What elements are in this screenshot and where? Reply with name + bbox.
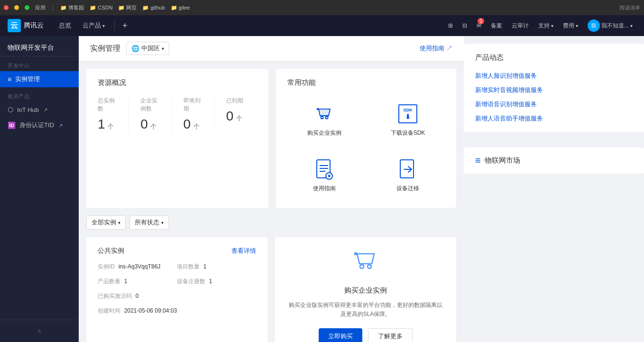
svg-point-8 (368, 265, 371, 268)
bookmark-bokeyuan[interactable]: 📁 博客园 (60, 4, 84, 11)
svg-point-7 (360, 265, 364, 268)
public-instance-header: 公共实例 查看详情 (98, 247, 256, 255)
usage-guide-link[interactable]: 使用指南 ↗ (420, 44, 452, 53)
main-content: 实例管理 🌐 中国区 ▾ 使用指南 ↗ 资源概况 (79, 36, 464, 342)
activation-code-item: 已购买激活码 0 (98, 292, 256, 300)
create-time-item: 创建时间 2021-05-06 09:04:03 (98, 307, 256, 315)
product-count-label: 产品数量 (98, 278, 120, 285)
sidebar-item-tid[interactable]: 🆔 身份认证TID ↗ (0, 117, 79, 133)
user-menu[interactable]: 我 我不知道... ▾ (584, 15, 636, 36)
status-filter[interactable]: 所有状态 ▾ (129, 215, 169, 230)
top-navigation: 云 腾讯云 总览 云产品 ▾ + ⊞ ⊟ ✉ 1 备案 云审计 支持 ▾ 费用 … (0, 15, 644, 36)
status-label: 所有状态 (135, 218, 159, 227)
bookmark-csdn[interactable]: 📁 CSDN (90, 5, 112, 11)
project-count-label: 项目数量 (177, 263, 200, 270)
billing-menu[interactable]: 费用 ▾ (559, 15, 582, 36)
bookmark-apps[interactable]: 应用 (35, 4, 46, 11)
apps-grid-button[interactable]: ⊞ (444, 15, 457, 36)
chevron-down-icon-support: ▾ (551, 23, 553, 28)
nav-separator (114, 21, 115, 30)
total-instances-label: 总实例数 (98, 97, 117, 113)
stats-row: 总实例数 1 个 企业实例数 0 个 (98, 97, 257, 132)
bookmark-webpage[interactable]: 📁 网页 (118, 4, 137, 11)
external-link-icon-guide: ↗ (446, 45, 452, 52)
sdk-icon: SDK ⬇ (396, 102, 419, 125)
usage-guide-func[interactable]: 使用指南 (287, 152, 361, 198)
common-functions-title: 常用功能 (287, 78, 445, 87)
chevron-down-icon-user: ▾ (630, 23, 633, 28)
download-sdk-label: 下载设备SDK (391, 129, 425, 137)
iot-hub-icon: ⬡ (8, 106, 13, 113)
logo[interactable]: 云 腾讯云 (8, 19, 44, 32)
page-header: 实例管理 🌐 中国区 ▾ 使用指南 ↗ (79, 36, 464, 61)
device-migrate-label: 设备迁移 (396, 185, 419, 193)
list-icon: ≡ (8, 75, 11, 83)
sidebar-item-iot-hub[interactable]: ⬡ IoT Hub ↗ (0, 102, 79, 117)
related-products-label: 相关产品 (0, 87, 79, 102)
expired-stat: 已到期 0 个 (215, 97, 257, 132)
sidebar-bottom: ≡ (0, 320, 79, 342)
resource-overview-card: 资源概况 总实例数 1 个 企业实例数 0 (86, 69, 268, 208)
qr-code-button[interactable]: ⊟ (459, 15, 471, 36)
expired-label: 已到期 (226, 97, 246, 105)
create-time-value: 2021-05-06 09:04:03 (124, 307, 177, 314)
instance-id-value: ins-Aq3VqqT86J (119, 263, 161, 270)
reader-mode: 阅读清单 (619, 4, 640, 11)
buy-enterprise-title: 购买企业实例 (344, 286, 387, 295)
buy-buttons: 立即购买 了解更多 (319, 328, 413, 342)
iot-market-label: 物联网市场 (485, 156, 520, 165)
svg-point-2 (326, 117, 328, 119)
cart-icon (313, 102, 336, 125)
external-link-icon-tid: ↗ (59, 123, 63, 128)
detail-row-3: 已购买激活码 0 (98, 292, 256, 300)
activation-code-value: 0 (136, 293, 139, 299)
bookmark-github[interactable]: 📁 github (142, 5, 165, 11)
browser-bar: 应用 | 📁 博客园 📁 CSDN 📁 网页 📁 github 📁 gitee … (0, 0, 644, 15)
dynamics-list: 新增人脸识别增值服务 新增实时音视频增值服务 新增语音识别增值服务 新增人语音助… (475, 72, 633, 123)
mail-badge: 1 (478, 18, 484, 24)
download-sdk-func[interactable]: SDK ⬇ 下载设备SDK (371, 97, 445, 143)
iot-market-title: ≡ 物联网市场 (475, 155, 633, 166)
dynamics-item-1[interactable]: 新增人脸识别增值服务 (475, 72, 633, 80)
iot-market-card: ≡ 物联网市场 (464, 148, 644, 174)
page-header-left: 实例管理 🌐 中国区 ▾ (90, 42, 169, 55)
tid-icon: 🆔 (8, 121, 16, 129)
dynamics-item-3[interactable]: 新增语音识别增值服务 (475, 100, 633, 109)
enterprise-instances-stat: 企业实例数 0 个 (129, 97, 172, 132)
device-migrate-func[interactable]: 设备迁移 (371, 152, 445, 198)
bookmark-gitee[interactable]: 📁 gitee (171, 5, 190, 11)
minimize-btn[interactable] (14, 5, 19, 10)
mail-button[interactable]: ✉ 1 (473, 15, 485, 36)
maximize-btn[interactable] (25, 5, 29, 10)
main-layout: 物联网开发平台 开发中心 ≡ 实例管理 相关产品 ⬡ IoT Hub ↗ 🆔 身… (0, 36, 644, 342)
product-count-item: 产品数量 1 (98, 277, 177, 286)
sidebar-item-instance-management[interactable]: ≡ 实例管理 (0, 71, 79, 87)
dynamics-item-4[interactable]: 新增人语音助手增值服务 (475, 114, 633, 123)
view-detail-link[interactable]: 查看详情 (231, 247, 256, 255)
learn-more-button[interactable]: 了解更多 (368, 328, 413, 342)
activation-code-label: 已购买激活码 (98, 293, 132, 299)
close-btn[interactable] (4, 5, 9, 10)
add-tab-button[interactable]: + (119, 21, 131, 31)
sidebar-collapse-button[interactable]: ≡ (0, 324, 79, 338)
filing-link[interactable]: 备案 (487, 15, 506, 36)
buy-cart-icon (351, 247, 380, 280)
qr-icon: ⊟ (462, 22, 467, 29)
support-menu[interactable]: 支持 ▾ (534, 15, 557, 36)
buy-enterprise-desc: 购买企业版实例可获得更丰富的平台功能，更好的数据隔离以及更高的SLA保障。 (286, 301, 445, 319)
content-area: 资源概况 总实例数 1 个 企业实例数 0 (79, 61, 464, 342)
cloud-audit-link[interactable]: 云审计 (508, 15, 533, 36)
region-label: 中国区 (141, 44, 160, 53)
external-link-icon: ↗ (44, 107, 47, 112)
market-icon: ≡ (475, 155, 481, 166)
usage-guide-func-label: 使用指南 (313, 185, 336, 193)
buy-now-button[interactable]: 立即购买 (319, 328, 362, 342)
nav-overview[interactable]: 总览 (53, 15, 77, 36)
top-nav-right: ⊞ ⊟ ✉ 1 备案 云审计 支持 ▾ 费用 ▾ 我 我不知道... ▾ (444, 15, 636, 36)
nav-cloud-products[interactable]: 云产品 ▾ (77, 15, 110, 36)
region-selector[interactable]: 🌐 中国区 ▾ (126, 42, 169, 55)
instance-type-filter[interactable]: 全部实例 ▾ (86, 215, 126, 230)
buy-enterprise-func[interactable]: 购买企业实例 (287, 97, 361, 143)
dynamics-item-2[interactable]: 新增实时音视频增值服务 (475, 86, 633, 94)
total-instances-value: 1 个 (98, 117, 117, 132)
